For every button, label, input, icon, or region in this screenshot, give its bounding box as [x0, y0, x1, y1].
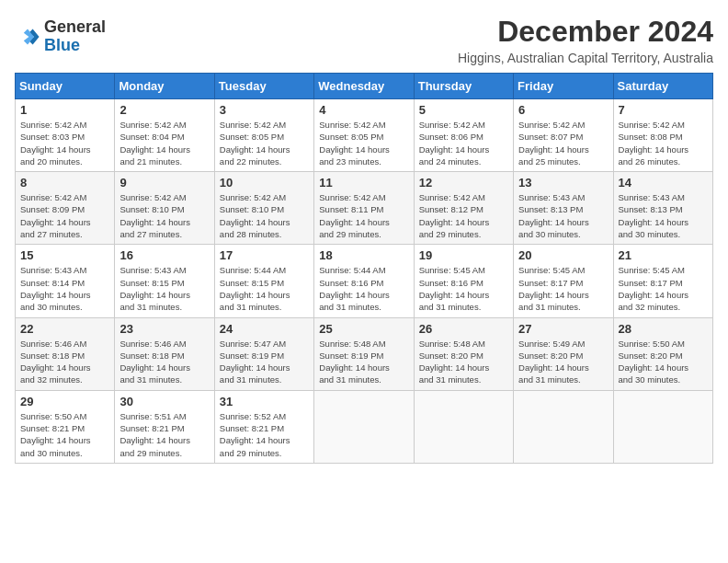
calendar-cell: 19Sunrise: 5:45 AMSunset: 8:16 PMDayligh…	[414, 245, 513, 317]
day-info: Sunrise: 5:42 AMSunset: 8:05 PMDaylight:…	[319, 119, 408, 167]
day-number: 15	[20, 248, 109, 262]
day-info: Sunrise: 5:51 AMSunset: 8:21 PMDaylight:…	[119, 410, 209, 459]
calendar-cell: 1Sunrise: 5:42 AMSunset: 8:03 PMDaylight…	[16, 99, 115, 172]
day-info: Sunrise: 5:42 AMSunset: 8:08 PMDaylight:…	[619, 119, 708, 167]
calendar-cell: 20Sunrise: 5:45 AMSunset: 8:17 PMDayligh…	[514, 245, 613, 317]
calendar-cell: 4Sunrise: 5:42 AMSunset: 8:05 PMDaylight…	[314, 99, 414, 172]
calendar-cell: 16Sunrise: 5:43 AMSunset: 8:15 PMDayligh…	[115, 245, 214, 317]
day-header-wednesday: Wednesday	[314, 74, 414, 99]
logo-text: General Blue	[44, 18, 106, 55]
calendar-cell: 21Sunrise: 5:45 AMSunset: 8:17 PMDayligh…	[613, 245, 712, 317]
day-number: 7	[619, 103, 708, 117]
calendar-cell: 30Sunrise: 5:51 AMSunset: 8:21 PMDayligh…	[115, 390, 214, 463]
calendar-cell: 14Sunrise: 5:43 AMSunset: 8:13 PMDayligh…	[613, 172, 712, 245]
calendar-cell: 25Sunrise: 5:48 AMSunset: 8:19 PMDayligh…	[314, 317, 414, 390]
sub-title: Higgins, Australian Capital Territory, A…	[458, 51, 713, 65]
day-number: 8	[20, 176, 109, 190]
logo: General Blue	[15, 18, 106, 55]
day-number: 21	[619, 248, 708, 262]
day-info: Sunrise: 5:42 AMSunset: 8:07 PMDaylight:…	[518, 119, 608, 167]
day-header-tuesday: Tuesday	[214, 74, 313, 99]
calendar-cell: 26Sunrise: 5:48 AMSunset: 8:20 PMDayligh…	[414, 317, 513, 390]
day-number: 10	[220, 176, 309, 190]
day-info: Sunrise: 5:42 AMSunset: 8:10 PMDaylight:…	[119, 191, 209, 240]
title-area: December 2024 Higgins, Australian Capita…	[458, 15, 713, 65]
day-header-monday: Monday	[115, 74, 214, 99]
calendar-cell: 15Sunrise: 5:43 AMSunset: 8:14 PMDayligh…	[16, 245, 115, 317]
day-number: 5	[419, 103, 508, 117]
calendar-cell: 31Sunrise: 5:52 AMSunset: 8:21 PMDayligh…	[214, 390, 313, 463]
calendar-cell: 22Sunrise: 5:46 AMSunset: 8:18 PMDayligh…	[16, 317, 115, 390]
calendar-cell	[514, 390, 613, 463]
calendar-cell: 29Sunrise: 5:50 AMSunset: 8:21 PMDayligh…	[16, 390, 115, 463]
day-number: 19	[419, 248, 508, 262]
day-number: 28	[619, 322, 708, 336]
calendar-cell: 12Sunrise: 5:42 AMSunset: 8:12 PMDayligh…	[414, 172, 513, 245]
day-info: Sunrise: 5:42 AMSunset: 8:10 PMDaylight:…	[220, 191, 309, 240]
calendar: SundayMondayTuesdayWednesdayThursdayFrid…	[15, 73, 713, 464]
day-number: 1	[20, 103, 109, 117]
day-header-sunday: Sunday	[16, 74, 115, 99]
calendar-cell: 17Sunrise: 5:44 AMSunset: 8:15 PMDayligh…	[214, 245, 313, 317]
logo-blue: Blue	[44, 36, 80, 54]
day-info: Sunrise: 5:43 AMSunset: 8:15 PMDaylight:…	[119, 264, 209, 313]
day-info: Sunrise: 5:52 AMSunset: 8:21 PMDaylight:…	[220, 410, 309, 459]
calendar-cell: 5Sunrise: 5:42 AMSunset: 8:06 PMDaylight…	[414, 99, 513, 172]
day-number: 20	[518, 248, 608, 262]
day-number: 6	[518, 103, 608, 117]
day-info: Sunrise: 5:49 AMSunset: 8:20 PMDaylight:…	[518, 338, 608, 386]
logo-icon	[15, 24, 40, 50]
day-number: 3	[220, 103, 309, 117]
day-number: 4	[319, 103, 408, 117]
day-info: Sunrise: 5:42 AMSunset: 8:05 PMDaylight:…	[220, 119, 309, 167]
day-info: Sunrise: 5:42 AMSunset: 8:12 PMDaylight:…	[419, 191, 508, 240]
day-info: Sunrise: 5:44 AMSunset: 8:16 PMDaylight:…	[319, 264, 408, 313]
calendar-cell: 13Sunrise: 5:43 AMSunset: 8:13 PMDayligh…	[514, 172, 613, 245]
calendar-cell: 8Sunrise: 5:42 AMSunset: 8:09 PMDaylight…	[16, 172, 115, 245]
day-info: Sunrise: 5:42 AMSunset: 8:06 PMDaylight:…	[419, 119, 508, 167]
day-header-thursday: Thursday	[414, 74, 513, 99]
day-number: 2	[119, 103, 209, 117]
day-number: 13	[518, 176, 608, 190]
day-info: Sunrise: 5:43 AMSunset: 8:13 PMDaylight:…	[619, 191, 708, 240]
calendar-cell: 27Sunrise: 5:49 AMSunset: 8:20 PMDayligh…	[514, 317, 613, 390]
calendar-cell: 3Sunrise: 5:42 AMSunset: 8:05 PMDaylight…	[214, 99, 313, 172]
calendar-cell: 2Sunrise: 5:42 AMSunset: 8:04 PMDaylight…	[115, 99, 214, 172]
day-number: 29	[20, 395, 109, 408]
day-number: 17	[220, 248, 309, 262]
calendar-cell: 18Sunrise: 5:44 AMSunset: 8:16 PMDayligh…	[314, 245, 414, 317]
calendar-week-2: 8Sunrise: 5:42 AMSunset: 8:09 PMDaylight…	[16, 172, 713, 245]
calendar-cell: 6Sunrise: 5:42 AMSunset: 8:07 PMDaylight…	[514, 99, 613, 172]
day-info: Sunrise: 5:42 AMSunset: 8:03 PMDaylight:…	[20, 119, 109, 167]
day-info: Sunrise: 5:45 AMSunset: 8:17 PMDaylight:…	[619, 264, 708, 313]
calendar-cell	[314, 390, 414, 463]
day-number: 24	[220, 322, 309, 336]
day-info: Sunrise: 5:45 AMSunset: 8:16 PMDaylight:…	[419, 264, 508, 313]
day-number: 27	[518, 322, 608, 336]
day-info: Sunrise: 5:44 AMSunset: 8:15 PMDaylight:…	[220, 264, 309, 313]
day-number: 18	[319, 248, 408, 262]
day-number: 16	[119, 248, 209, 262]
day-header-friday: Friday	[514, 74, 613, 99]
calendar-cell: 10Sunrise: 5:42 AMSunset: 8:10 PMDayligh…	[214, 172, 313, 245]
calendar-cell: 7Sunrise: 5:42 AMSunset: 8:08 PMDaylight…	[613, 99, 712, 172]
calendar-week-1: 1Sunrise: 5:42 AMSunset: 8:03 PMDaylight…	[16, 99, 713, 172]
day-info: Sunrise: 5:48 AMSunset: 8:19 PMDaylight:…	[319, 338, 408, 386]
day-info: Sunrise: 5:42 AMSunset: 8:11 PMDaylight:…	[319, 191, 408, 240]
calendar-cell	[613, 390, 712, 463]
calendar-header-row: SundayMondayTuesdayWednesdayThursdayFrid…	[16, 74, 713, 99]
header: General Blue December 2024 Higgins, Aust…	[15, 15, 713, 65]
logo-general: General	[44, 17, 106, 36]
calendar-cell: 11Sunrise: 5:42 AMSunset: 8:11 PMDayligh…	[314, 172, 414, 245]
calendar-cell: 28Sunrise: 5:50 AMSunset: 8:20 PMDayligh…	[613, 317, 712, 390]
day-info: Sunrise: 5:50 AMSunset: 8:21 PMDaylight:…	[20, 410, 109, 459]
day-info: Sunrise: 5:43 AMSunset: 8:13 PMDaylight:…	[518, 191, 608, 240]
day-number: 31	[220, 395, 309, 408]
main-title: December 2024	[458, 15, 713, 49]
day-number: 26	[419, 322, 508, 336]
day-info: Sunrise: 5:50 AMSunset: 8:20 PMDaylight:…	[619, 338, 708, 386]
day-info: Sunrise: 5:48 AMSunset: 8:20 PMDaylight:…	[419, 338, 508, 386]
day-number: 22	[20, 322, 109, 336]
day-info: Sunrise: 5:42 AMSunset: 8:04 PMDaylight:…	[119, 119, 209, 167]
day-number: 9	[119, 176, 209, 190]
